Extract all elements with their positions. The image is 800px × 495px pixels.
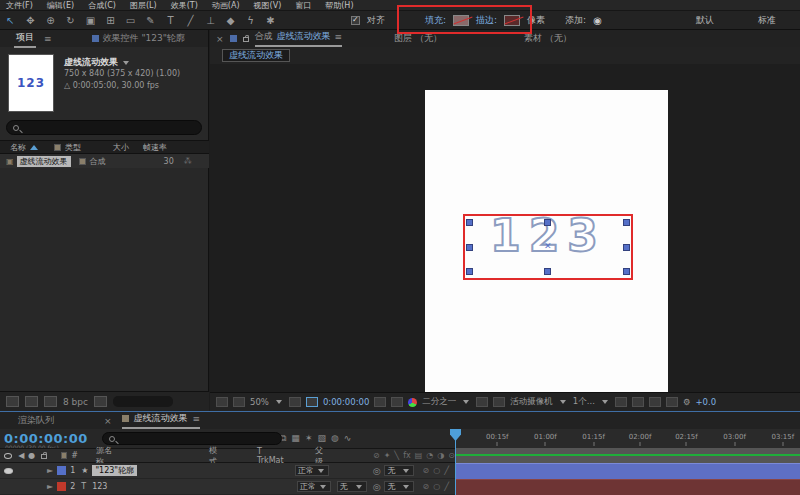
layer-switches[interactable]: ⊘○╱ xyxy=(422,482,449,491)
share-view-icon[interactable] xyxy=(615,397,627,407)
grid-guides-icon[interactable] xyxy=(289,397,301,407)
layer-name[interactable]: 123 xyxy=(92,482,107,491)
draft-3d-icon[interactable]: ▦ xyxy=(291,433,300,444)
hand-tool-icon[interactable]: ✥ xyxy=(24,15,37,26)
project-item-row[interactable]: ▣ 虚线流动效果 合成 30 ⁂ xyxy=(0,154,209,168)
3d-column-icon[interactable]: ⊙ xyxy=(448,451,455,460)
zoom-tool-icon[interactable]: ⊕ xyxy=(44,15,57,26)
layer-row-1[interactable]: ► 1 ★ "123"轮廓 正常 ◎ 无 ⊘○╱ xyxy=(0,463,455,479)
lock-icon[interactable] xyxy=(243,37,249,42)
reset-exposure-icon[interactable] xyxy=(632,397,644,407)
parent-dropdown[interactable]: 无 xyxy=(384,465,414,476)
brush-tool-icon[interactable]: ╱ xyxy=(184,15,197,26)
clone-stamp-tool-icon[interactable]: ⊥ xyxy=(204,15,217,26)
roto-brush-tool-icon[interactable]: ϟ xyxy=(244,15,257,26)
twirl-icon[interactable]: ► xyxy=(47,466,53,475)
gear-icon[interactable]: ⚙ xyxy=(683,397,691,407)
twirl-icon[interactable]: ► xyxy=(47,482,53,491)
comp-nav-button[interactable]: 虚线流动效果 xyxy=(222,49,290,62)
show-snapshot-icon[interactable] xyxy=(233,397,245,407)
timeline-button-icon[interactable] xyxy=(649,397,661,407)
menu-help[interactable]: 帮助(H) xyxy=(325,0,353,11)
audio-column-icon[interactable]: ◀ xyxy=(18,451,24,460)
graph-editor-icon[interactable]: ∿ xyxy=(344,433,352,444)
snapshot-icon[interactable] xyxy=(216,397,228,407)
new-composition-icon[interactable] xyxy=(44,396,57,407)
column-framerate[interactable]: 帧速率 xyxy=(143,142,167,153)
menu-layer[interactable]: 图层(L) xyxy=(130,0,157,11)
menu-view[interactable]: 视图(V) xyxy=(254,0,282,11)
timeline-menu-icon[interactable]: ≡ xyxy=(193,414,201,424)
camera-tool-icon[interactable]: ▣ xyxy=(84,15,97,26)
panel-menu-icon[interactable]: ≡ xyxy=(44,34,52,44)
zoom-level-dropdown[interactable]: 50% xyxy=(250,397,269,407)
layer-label-swatch[interactable] xyxy=(57,466,66,475)
color-depth-button[interactable]: 8 bpc xyxy=(63,397,88,407)
chevron-down-icon[interactable] xyxy=(123,61,129,65)
timeline-search-input[interactable] xyxy=(102,432,282,445)
delete-icon[interactable] xyxy=(94,396,107,407)
workspace-standard[interactable]: 标准 xyxy=(758,14,776,27)
pixel-aspect-icon[interactable] xyxy=(493,397,505,407)
collapse-column-icon[interactable]: ✦ xyxy=(384,451,391,460)
tab-render-queue[interactable]: 渲染队列 xyxy=(18,414,54,427)
mode-dropdown[interactable]: 正常 xyxy=(297,481,331,492)
channel-icon[interactable] xyxy=(408,398,417,407)
time-ruler[interactable]: 00:15f 01:00f 01:15f 02:00f 02:15f 03:00… xyxy=(455,429,800,448)
number-column[interactable]: # xyxy=(71,451,78,460)
composition-frame[interactable]: 123 ✕ xyxy=(425,90,668,392)
pen-tool-icon[interactable]: ✎ xyxy=(144,15,157,26)
column-size[interactable]: 大小 xyxy=(113,142,129,153)
layer-label-swatch[interactable] xyxy=(57,482,66,491)
motion-blur-column-icon[interactable]: ◔ xyxy=(426,451,433,460)
parent-pickwhip-icon[interactable]: ◎ xyxy=(373,466,381,476)
comp-name[interactable]: 虚线流动效果 xyxy=(64,57,118,67)
hide-shy-icon[interactable]: ✶ xyxy=(305,433,313,444)
flowchart-icon[interactable] xyxy=(666,397,678,407)
shy-column-icon[interactable]: ⊘ xyxy=(373,451,380,460)
pan-behind-tool-icon[interactable]: ⊞ xyxy=(104,15,117,26)
mode-dropdown[interactable]: 正常 xyxy=(295,465,329,476)
trkmat-dropdown[interactable]: 无 xyxy=(337,481,367,492)
solo-column-icon[interactable]: ● xyxy=(28,451,35,460)
project-item-name[interactable]: 虚线流动效果 xyxy=(17,156,71,167)
lock-column-icon[interactable] xyxy=(41,454,47,459)
menu-edit[interactable]: 编辑(E) xyxy=(47,0,74,11)
tab-timeline-comp[interactable]: 虚线流动效果 ≡ xyxy=(122,412,201,429)
label-column-icon[interactable] xyxy=(61,452,67,459)
interpret-footage-icon[interactable] xyxy=(6,396,19,407)
workspace-default[interactable]: 默认 xyxy=(696,14,714,27)
layer-bar-2[interactable] xyxy=(455,479,800,495)
fast-previews-icon[interactable] xyxy=(476,397,488,407)
tab-effect-controls[interactable]: 效果控件 "123"轮廓 xyxy=(92,32,185,45)
eraser-tool-icon[interactable]: ◆ xyxy=(224,15,237,26)
snap-checkbox[interactable] xyxy=(351,16,360,25)
transparency-grid-icon[interactable] xyxy=(391,397,403,407)
exposure-value[interactable]: +0.0 xyxy=(696,397,717,407)
frame-blend-column-icon[interactable]: ▤ xyxy=(415,451,423,460)
add-button-icon[interactable]: ◉ xyxy=(593,15,602,26)
parent-pickwhip-icon[interactable]: ◎ xyxy=(373,482,381,492)
viewer-menu-icon[interactable]: ≡ xyxy=(335,32,343,42)
resolution-dropdown[interactable]: 二分之一 xyxy=(422,396,456,408)
chevron-down-icon[interactable] xyxy=(276,400,282,404)
chevron-down-icon[interactable] xyxy=(602,400,608,404)
motion-blur-icon[interactable]: ◍ xyxy=(331,433,339,444)
eye-icon[interactable] xyxy=(4,468,13,474)
menu-animation[interactable]: 动画(A) xyxy=(212,0,240,11)
menu-effect[interactable]: 效果(T) xyxy=(171,0,198,11)
frame-blend-icon[interactable]: ▧ xyxy=(317,433,326,444)
new-folder-icon[interactable] xyxy=(25,396,38,407)
chevron-down-icon[interactable] xyxy=(463,400,469,404)
snapshot-camera-icon[interactable] xyxy=(374,397,386,407)
rotate-tool-icon[interactable]: ↻ xyxy=(64,15,77,26)
text-tool-icon[interactable]: T xyxy=(164,15,177,26)
adjustment-column-icon[interactable]: ◑ xyxy=(437,451,444,460)
work-area-bar[interactable] xyxy=(455,448,800,463)
fx-column-icon[interactable]: fx xyxy=(403,451,411,460)
layer-bar-1[interactable] xyxy=(455,463,800,479)
video-column-icon[interactable] xyxy=(4,453,12,459)
parent-dropdown[interactable]: 无 xyxy=(384,481,414,492)
layer-name[interactable]: "123"轮廓 xyxy=(92,465,137,476)
item-label-swatch[interactable] xyxy=(79,158,86,165)
